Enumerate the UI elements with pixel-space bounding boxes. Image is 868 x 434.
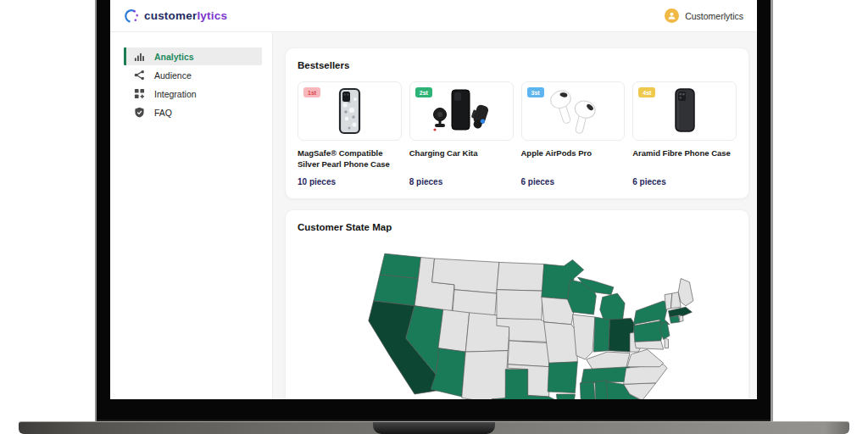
state-AR[interactable] — [548, 362, 577, 393]
shield-check-icon — [134, 107, 145, 118]
product-name: MagSafe® Compatible Silver Pearl Phone C… — [298, 148, 402, 171]
account-name: Customerlytics — [685, 11, 743, 21]
product-card[interactable]: 2st — [409, 81, 514, 186]
state-KY[interactable] — [587, 352, 630, 370]
us-choropleth-map — [359, 240, 698, 399]
product-quantity: 6 pieces — [521, 177, 626, 186]
state-IL[interactable] — [572, 314, 594, 359]
laptop-hinge-notch — [373, 422, 495, 434]
product-quantity: 8 pieces — [409, 177, 514, 186]
state-WA[interactable] — [380, 253, 420, 278]
product-quantity: 10 pieces — [298, 177, 402, 186]
charging-car-kit-image — [428, 86, 494, 136]
product-image-box: 4st — [632, 81, 737, 141]
sidebar-item-label: Integration — [154, 89, 197, 99]
state-MO[interactable] — [544, 322, 578, 363]
state-OR[interactable] — [374, 275, 419, 306]
main-content: Bestsellers 1st — [273, 32, 757, 399]
avatar — [665, 8, 679, 23]
rank-badge: 3st — [527, 87, 544, 97]
rank-badge: 4st — [638, 87, 655, 97]
sidebar-item-faq[interactable]: FAQ — [124, 103, 262, 121]
product-name: Charging Car Kita — [409, 148, 514, 171]
state-KS[interactable] — [508, 341, 550, 367]
state-ME[interactable] — [678, 279, 693, 306]
bar-chart-icon — [134, 51, 145, 62]
product-card[interactable]: 3st — [521, 81, 626, 186]
product-quantity: 6 pieces — [632, 177, 737, 186]
sidebar-item-label: Audience — [154, 70, 192, 81]
state-SD[interactable] — [497, 290, 542, 321]
state-ND[interactable] — [497, 262, 544, 291]
product-grid: 1st MagSa — [298, 81, 737, 186]
state-UT[interactable] — [438, 309, 470, 352]
person-icon — [667, 11, 676, 20]
product-card[interactable]: 1st MagSa — [298, 81, 402, 186]
brand-name: customerlytics — [144, 9, 227, 22]
product-name: Aramid Fibre Phone Case — [632, 148, 737, 171]
sidebar-item-analytics[interactable]: Analytics — [124, 47, 262, 65]
aramid-fibre-phone-case-image — [659, 86, 710, 136]
rank-badge: 1st — [303, 87, 320, 97]
state-PA[interactable] — [633, 320, 665, 342]
network-icon — [134, 70, 145, 81]
account-chip[interactable]: Customerlytics — [665, 8, 743, 23]
airpods-pro-image — [540, 86, 606, 136]
state-map-title: Customer State Map — [298, 222, 737, 232]
product-image-box: 3st — [521, 81, 626, 141]
sidebar: Analytics Audience Integration — [110, 32, 273, 399]
state-RI[interactable] — [680, 315, 683, 322]
state-NC[interactable] — [624, 364, 667, 384]
brand-logo[interactable]: customerlytics — [124, 8, 227, 24]
state-MA[interactable] — [668, 307, 692, 317]
state-NY[interactable] — [633, 301, 670, 325]
brand-swirl-icon — [124, 8, 139, 24]
product-name: Apple AirPods Pro — [521, 148, 626, 171]
grid-plus-icon — [134, 88, 145, 99]
bestsellers-card: Bestsellers 1st — [285, 47, 749, 199]
state-DE[interactable] — [665, 338, 668, 348]
state-NM[interactable] — [462, 351, 508, 399]
app-header: customerlytics Customerlytics — [110, 0, 757, 32]
state-MS[interactable] — [580, 381, 596, 399]
sidebar-item-integration[interactable]: Integration — [124, 85, 262, 103]
sidebar-item-label: Analytics — [154, 52, 194, 62]
sidebar-item-label: FAQ — [154, 108, 172, 118]
silver-pearl-phone-case-image — [324, 86, 375, 136]
product-image-box: 2st — [409, 81, 514, 141]
state-map-card: Customer State Map — [285, 209, 749, 399]
product-image-box: 1st — [298, 81, 402, 141]
us-map-container — [298, 240, 737, 399]
rank-badge: 2st — [415, 87, 432, 97]
state-IN[interactable] — [593, 317, 609, 352]
app-window: customerlytics Customerlytics Analytics — [110, 0, 757, 399]
product-card[interactable]: 4st Aramid Fibre Phone Case 6 pieces — [632, 81, 737, 186]
state-MD[interactable] — [635, 341, 664, 349]
bestsellers-title: Bestsellers — [298, 60, 737, 70]
sidebar-item-audience[interactable]: Audience — [124, 66, 262, 84]
